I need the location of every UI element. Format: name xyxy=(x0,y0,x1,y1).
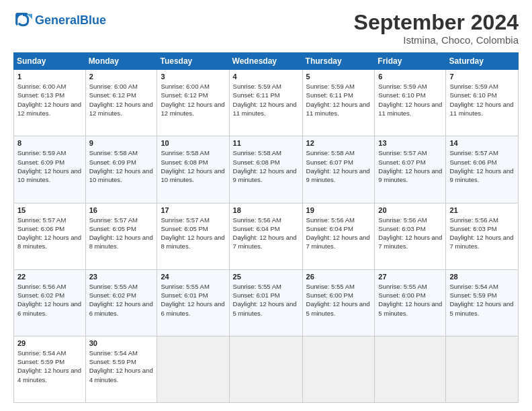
daylight-label: Daylight: 12 hours and 11 minutes. xyxy=(306,101,370,117)
week-row-3: 15 Sunrise: 5:57 AM Sunset: 6:06 PM Dayl… xyxy=(14,203,519,269)
daylight-label: Daylight: 12 hours and 10 minutes. xyxy=(89,167,153,183)
sunset-label: Sunset: 6:08 PM xyxy=(161,158,208,166)
daylight-label: Daylight: 12 hours and 4 minutes. xyxy=(17,367,81,383)
table-row: 29 Sunrise: 5:54 AM Sunset: 5:59 PM Dayl… xyxy=(14,336,86,402)
table-row: 26 Sunrise: 5:55 AM Sunset: 6:00 PM Dayl… xyxy=(302,269,375,336)
day-detail: Sunrise: 5:59 AM Sunset: 6:11 PM Dayligh… xyxy=(233,82,299,118)
day-number: 29 xyxy=(17,339,82,347)
day-detail: Sunrise: 5:57 AM Sunset: 6:05 PM Dayligh… xyxy=(161,216,225,251)
day-detail: Sunrise: 5:59 AM Sunset: 6:11 PM Dayligh… xyxy=(306,82,371,118)
table-row: 24 Sunrise: 5:55 AM Sunset: 6:01 PM Dayl… xyxy=(157,269,229,336)
calendar-header-row: Sunday Monday Tuesday Wednesday Thursday… xyxy=(14,53,519,70)
day-number: 17 xyxy=(161,206,225,214)
sunrise-label: Sunrise: 5:57 AM xyxy=(449,149,498,156)
table-row: 4 Sunrise: 5:59 AM Sunset: 6:11 PM Dayli… xyxy=(229,70,302,136)
table-row: 8 Sunrise: 5:59 AM Sunset: 6:09 PM Dayli… xyxy=(14,136,86,203)
day-detail: Sunrise: 5:58 AM Sunset: 6:08 PM Dayligh… xyxy=(233,148,299,184)
table-row: 27 Sunrise: 5:55 AM Sunset: 6:00 PM Dayl… xyxy=(375,269,446,336)
daylight-label: Daylight: 12 hours and 8 minutes. xyxy=(161,234,224,250)
day-number: 18 xyxy=(233,206,299,214)
sunrise-label: Sunrise: 5:54 AM xyxy=(449,283,498,290)
sunset-label: Sunset: 6:05 PM xyxy=(161,225,208,232)
sunset-label: Sunset: 6:00 PM xyxy=(306,291,353,299)
day-number: 28 xyxy=(449,273,515,281)
day-detail: Sunrise: 5:57 AM Sunset: 6:06 PM Dayligh… xyxy=(17,216,82,251)
sunset-label: Sunset: 6:13 PM xyxy=(17,91,64,99)
col-monday: Monday xyxy=(85,53,157,70)
day-number: 10 xyxy=(161,139,225,147)
table-row: 14 Sunrise: 5:57 AM Sunset: 6:06 PM Dayl… xyxy=(446,136,519,203)
sunset-label: Sunset: 6:11 PM xyxy=(306,91,353,99)
day-number: 25 xyxy=(233,273,299,281)
sunrise-label: Sunrise: 5:59 AM xyxy=(378,83,427,90)
day-detail: Sunrise: 5:58 AM Sunset: 6:09 PM Dayligh… xyxy=(89,148,154,184)
day-number: 6 xyxy=(378,73,442,81)
col-tuesday: Tuesday xyxy=(157,53,229,70)
daylight-label: Daylight: 12 hours and 8 minutes. xyxy=(17,234,81,250)
sunset-label: Sunset: 5:59 PM xyxy=(89,358,136,365)
daylight-label: Daylight: 12 hours and 11 minutes. xyxy=(233,101,297,117)
day-number: 8 xyxy=(17,139,82,147)
sunrise-label: Sunrise: 5:59 AM xyxy=(306,83,355,90)
table-row: 23 Sunrise: 5:55 AM Sunset: 6:02 PM Dayl… xyxy=(85,269,157,336)
col-friday: Friday xyxy=(375,53,446,70)
sunrise-label: Sunrise: 5:56 AM xyxy=(449,216,498,224)
day-detail: Sunrise: 5:56 AM Sunset: 6:04 PM Dayligh… xyxy=(233,216,299,251)
sunrise-label: Sunrise: 5:58 AM xyxy=(233,149,281,156)
daylight-label: Daylight: 12 hours and 11 minutes. xyxy=(449,101,513,117)
day-number: 23 xyxy=(89,273,154,281)
table-row: 7 Sunrise: 5:59 AM Sunset: 6:10 PM Dayli… xyxy=(446,70,519,136)
daylight-label: Daylight: 12 hours and 12 minutes. xyxy=(89,101,153,117)
sunset-label: Sunset: 6:04 PM xyxy=(306,225,353,232)
sunset-label: Sunset: 5:59 PM xyxy=(17,358,64,365)
sunset-label: Sunset: 6:10 PM xyxy=(449,91,496,99)
logo-icon xyxy=(13,11,32,30)
day-detail: Sunrise: 5:55 AM Sunset: 6:02 PM Dayligh… xyxy=(89,282,154,318)
table-row xyxy=(375,336,446,402)
daylight-label: Daylight: 12 hours and 12 minutes. xyxy=(17,101,81,117)
day-detail: Sunrise: 5:54 AM Sunset: 5:59 PM Dayligh… xyxy=(17,349,82,384)
table-row: 13 Sunrise: 5:57 AM Sunset: 6:07 PM Dayl… xyxy=(375,136,446,203)
daylight-label: Daylight: 12 hours and 6 minutes. xyxy=(89,300,153,316)
day-number: 2 xyxy=(89,73,154,81)
table-row xyxy=(157,336,229,402)
sunrise-label: Sunrise: 5:58 AM xyxy=(306,149,355,156)
daylight-label: Daylight: 12 hours and 4 minutes. xyxy=(89,367,153,383)
daylight-label: Daylight: 12 hours and 10 minutes. xyxy=(17,167,81,183)
sunset-label: Sunset: 6:12 PM xyxy=(161,91,208,99)
sunset-label: Sunset: 6:03 PM xyxy=(378,225,425,232)
day-detail: Sunrise: 5:57 AM Sunset: 6:07 PM Dayligh… xyxy=(378,148,442,184)
day-detail: Sunrise: 5:54 AM Sunset: 5:59 PM Dayligh… xyxy=(89,349,154,384)
daylight-label: Daylight: 12 hours and 5 minutes. xyxy=(233,300,297,316)
day-detail: Sunrise: 6:00 AM Sunset: 6:12 PM Dayligh… xyxy=(161,82,225,118)
day-detail: Sunrise: 5:56 AM Sunset: 6:04 PM Dayligh… xyxy=(306,216,371,251)
table-row: 18 Sunrise: 5:56 AM Sunset: 6:04 PM Dayl… xyxy=(229,203,302,269)
day-detail: Sunrise: 5:55 AM Sunset: 6:01 PM Dayligh… xyxy=(233,282,299,318)
day-number: 3 xyxy=(161,73,225,81)
week-row-1: 1 Sunrise: 6:00 AM Sunset: 6:13 PM Dayli… xyxy=(14,70,519,136)
table-row: 5 Sunrise: 5:59 AM Sunset: 6:11 PM Dayli… xyxy=(302,70,375,136)
sunrise-label: Sunrise: 5:59 AM xyxy=(233,83,281,90)
day-number: 24 xyxy=(161,273,225,281)
day-detail: Sunrise: 5:59 AM Sunset: 6:10 PM Dayligh… xyxy=(449,82,515,118)
sunset-label: Sunset: 6:08 PM xyxy=(233,158,280,166)
day-detail: Sunrise: 5:55 AM Sunset: 6:00 PM Dayligh… xyxy=(378,282,442,318)
table-row xyxy=(229,336,302,402)
daylight-label: Daylight: 12 hours and 9 minutes. xyxy=(233,167,297,183)
sunrise-label: Sunrise: 5:54 AM xyxy=(89,349,138,357)
sunset-label: Sunset: 6:06 PM xyxy=(17,225,64,232)
sunset-label: Sunset: 6:04 PM xyxy=(233,225,280,232)
sunrise-label: Sunrise: 6:00 AM xyxy=(89,83,138,90)
calendar-table: Sunday Monday Tuesday Wednesday Thursday… xyxy=(13,52,519,403)
table-row: 28 Sunrise: 5:54 AM Sunset: 5:59 PM Dayl… xyxy=(446,269,519,336)
table-row: 2 Sunrise: 6:00 AM Sunset: 6:12 PM Dayli… xyxy=(85,70,157,136)
day-number: 4 xyxy=(233,73,299,81)
day-number: 7 xyxy=(449,73,515,81)
day-number: 9 xyxy=(89,139,154,147)
page: GeneralBlue September 2024 Istmina, Choc… xyxy=(0,0,532,411)
month-title: September 2024 xyxy=(354,11,519,34)
day-detail: Sunrise: 5:56 AM Sunset: 6:03 PM Dayligh… xyxy=(378,216,442,251)
sunrise-label: Sunrise: 5:56 AM xyxy=(17,283,66,290)
sunrise-label: Sunrise: 5:58 AM xyxy=(89,149,138,156)
sunrise-label: Sunrise: 5:57 AM xyxy=(378,149,427,156)
